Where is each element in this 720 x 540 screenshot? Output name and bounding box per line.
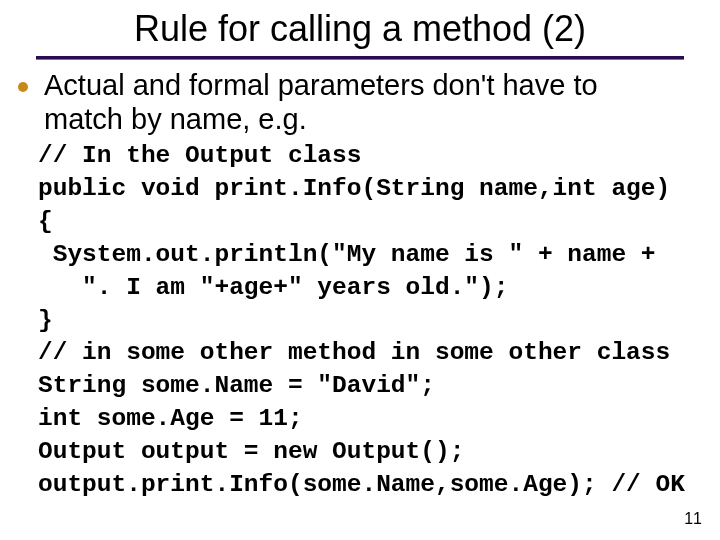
code-line: // in some other method in some other cl… <box>38 339 670 366</box>
slide-title: Rule for calling a method (2) <box>0 0 720 56</box>
code-line: System.out.println("My name is " + name … <box>38 241 656 268</box>
code-line: } <box>38 307 53 334</box>
code-line: ". I am "+age+" years old."); <box>38 274 508 301</box>
code-line: { <box>38 208 53 235</box>
code-block: // In the Output class public void print… <box>38 140 676 501</box>
code-line: // In the Output class <box>38 142 361 169</box>
bullet-icon <box>18 82 28 92</box>
slide-body: Actual and formal parameters don't have … <box>0 68 720 502</box>
code-line: int some.Age = 11; <box>38 405 303 432</box>
page-number: 11 <box>684 510 702 528</box>
bullet-item: Actual and formal parameters don't have … <box>18 68 676 136</box>
code-line: Output output = new Output(); <box>38 438 464 465</box>
code-line: public void print.Info(String name,int a… <box>38 175 670 202</box>
bullet-text: Actual and formal parameters don't have … <box>44 68 676 136</box>
title-underline <box>36 56 684 60</box>
code-line: String some.Name = "David"; <box>38 372 435 399</box>
slide: Rule for calling a method (2) Actual and… <box>0 0 720 540</box>
code-line: output.print.Info(some.Name,some.Age); /… <box>38 471 685 498</box>
